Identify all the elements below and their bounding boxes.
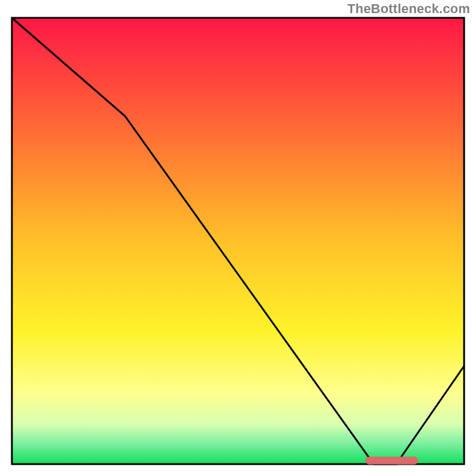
bottleneck-chart [0, 0, 476, 476]
gradient-fill [12, 18, 464, 464]
plot-area [12, 18, 464, 464]
watermark-text: TheBottleneck.com [347, 1, 470, 17]
chart-container: TheBottleneck.com [0, 0, 476, 476]
